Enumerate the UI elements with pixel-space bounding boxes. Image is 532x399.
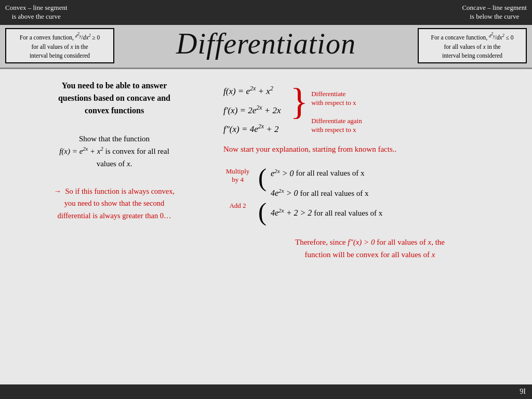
main-content: You need to be able to answer questions … bbox=[0, 69, 532, 397]
top-left-label: Convex – line segment is above the curve bbox=[5, 4, 68, 21]
formula-f: f(x) = e2x + x2 bbox=[223, 85, 281, 97]
convex-info-line2: for all values of x in the bbox=[31, 44, 88, 50]
therefore-text: Therefore, since f″(x) > 0 for all value… bbox=[223, 236, 516, 261]
curly-brace-top-icon: ( bbox=[258, 165, 267, 190]
proof-line-2: 4e2x > 0 for all real values of x bbox=[271, 188, 382, 198]
concave-info-line2: for all values of x in the bbox=[444, 44, 500, 50]
curly-brace-bot-icon: ( bbox=[258, 200, 267, 224]
formula-f-double-prime: f″(x) = 4e2x + 2 bbox=[223, 123, 281, 135]
right-panel: f(x) = e2x + x2 f′(x) = 2e2x + 2x f″(x) … bbox=[213, 74, 522, 392]
brace-label-diff1: Differentiate with respect to x bbox=[311, 90, 362, 108]
convex-info-box: For a convex function, d2y/dx2 ≥ 0 for a… bbox=[5, 28, 114, 63]
convex-info-line1: For a convex function, d2y/dx2 ≥ 0 bbox=[20, 34, 100, 41]
intro-bold-text: You need to be able to answer questions … bbox=[21, 79, 208, 117]
formula-f-prime: f′(x) = 2e2x + 2x bbox=[223, 104, 281, 116]
brace-label-diff2: Differentiate again with respect to x bbox=[311, 117, 362, 135]
left-panel: You need to be able to answer questions … bbox=[10, 74, 213, 392]
page-number: 9I bbox=[520, 388, 526, 396]
page-title: Differentiation bbox=[119, 28, 413, 58]
concave-info-line3: interval being considered bbox=[442, 52, 502, 59]
big-brace-icon: } bbox=[290, 83, 309, 120]
proof-line-3: 4e2x + 2 > 2 for all real values of x bbox=[271, 207, 382, 218]
multiply-labels: Multiply by 4 Add 2 bbox=[223, 167, 252, 210]
top-bar: Convex – line segment is above the curve… bbox=[0, 0, 532, 25]
concave-info-line1: For a concave function, d2y/dx2 ≤ 0 bbox=[431, 34, 514, 41]
now-start-text: Now start your explanation, starting fro… bbox=[223, 145, 516, 154]
proof-block: Multiply by 4 Add 2 ( ( e2x > 0 for all … bbox=[223, 163, 516, 224]
show-text-block: Show that the function f(x) = e2x + x2 i… bbox=[21, 132, 208, 170]
brace-labels: Differentiate with respect to x Differen… bbox=[311, 90, 362, 135]
brace-area: } bbox=[286, 85, 309, 120]
convex-info-line3: interval being considered bbox=[30, 52, 90, 59]
formulas-list: f(x) = e2x + x2 f′(x) = 2e2x + 2x f″(x) … bbox=[223, 85, 281, 135]
differentiation-block: f(x) = e2x + x2 f′(x) = 2e2x + 2x f″(x) … bbox=[223, 85, 516, 135]
multiply-label: Multiply by 4 bbox=[223, 167, 252, 184]
concave-info-box: For a concave function, d2y/dx2 ≤ 0 for … bbox=[418, 28, 527, 63]
top-right-label: Concave – line segment is below the curv… bbox=[462, 4, 527, 21]
arrow-note: → So if this function is always convex, … bbox=[21, 185, 208, 222]
add2-label: Add 2 bbox=[223, 202, 252, 210]
bottom-bar: 9I bbox=[0, 384, 532, 399]
proof-lines: e2x > 0 for all real values of x 4e2x > … bbox=[271, 167, 382, 218]
proof-line-1: e2x > 0 for all real values of x bbox=[271, 167, 382, 178]
header-section: For a convex function, d2y/dx2 ≥ 0 for a… bbox=[0, 25, 532, 69]
curly-braces: ( ( bbox=[258, 165, 267, 224]
